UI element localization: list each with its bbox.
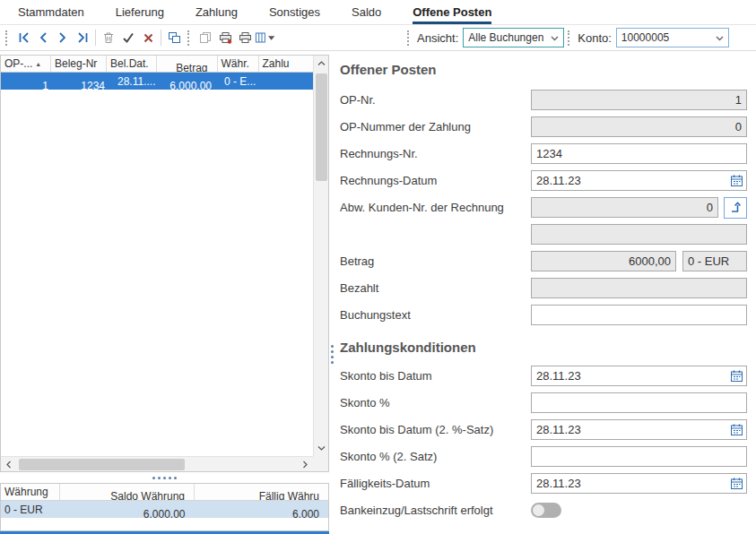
splitter-dots-icon [152, 477, 177, 479]
tab-stammdaten[interactable]: Stammdaten [18, 0, 84, 24]
op-table-body: 1 1234 28.11.... 6.000,00 0 - E... [1, 73, 313, 90]
op-table-row[interactable]: 1 1234 28.11.... 6.000,00 0 - E... [1, 73, 313, 90]
chevron-down-icon [551, 36, 559, 41]
tab-lieferung[interactable]: Lieferung [116, 0, 164, 24]
section-title-zahlungskonditionen: Zahlungskonditionen [340, 340, 747, 355]
toolbar-grip[interactable] [407, 30, 411, 46]
konto-label: Konto: [578, 31, 612, 45]
cell-faellig-waehrung: 6.000 [195, 501, 329, 518]
print-settings-button[interactable] [215, 27, 235, 48]
field-row-op-nummer-zahlung: OP-Nummer der Zahlung [340, 116, 747, 137]
skonto-bis-datum-label: Skonto bis Datum [340, 369, 531, 383]
column-header-beleg-nr[interactable]: Beleg-Nr [51, 56, 107, 72]
konto-combobox[interactable]: 10000005 [616, 28, 729, 47]
horizontal-scroll-thumb[interactable] [19, 459, 185, 470]
skonto-bis-datum-2-input[interactable] [531, 419, 747, 440]
konto-value: 10000005 [621, 31, 669, 44]
last-record-button[interactable] [73, 27, 92, 48]
field-row-skonto-bis-datum-2: Skonto bis Datum (2. %-Satz) [340, 419, 747, 440]
bezahlt-input[interactable] [531, 278, 747, 298]
cell-bel-dat: 28.11.... [114, 73, 164, 90]
scroll-down-icon[interactable] [314, 441, 329, 456]
print-settings-icon [219, 31, 232, 44]
cancel-button[interactable] [138, 27, 158, 48]
columns-button[interactable] [255, 27, 274, 48]
skonto-prozent-2-input[interactable] [531, 446, 747, 467]
skonto-bis-datum-2-label: Skonto bis Datum (2. %-Satz) [340, 423, 531, 436]
column-header-faellig-waehrung[interactable]: Fällig Währu [195, 484, 328, 500]
confirm-button[interactable] [118, 27, 138, 48]
print-button[interactable] [235, 27, 255, 48]
detail-form-panel: Offener Posten OP-Nr. OP-Nummer der Zahl… [336, 51, 756, 534]
column-label: Währung [4, 486, 48, 498]
field-row-op-nr: OP-Nr. [340, 90, 747, 110]
tab-offene-posten[interactable]: Offene Posten [413, 0, 491, 24]
horizontal-panel-splitter[interactable] [0, 472, 329, 483]
rechnungs-datum-input[interactable] [531, 170, 747, 191]
rechnungs-datum-calendar-button[interactable] [728, 172, 745, 189]
delete-button[interactable] [99, 27, 118, 48]
bankeinzug-toggle[interactable] [531, 503, 561, 518]
jump-to-icon [729, 201, 743, 214]
confirm-icon [122, 31, 135, 44]
ansicht-select[interactable]: Alle Buchungen [463, 28, 564, 47]
toolbar-grip[interactable] [5, 30, 9, 46]
copy-button[interactable] [196, 27, 215, 48]
scroll-right-icon[interactable] [298, 457, 313, 472]
first-record-button[interactable] [13, 27, 33, 48]
column-header-bel-dat[interactable]: Bel.Dat. [107, 56, 157, 72]
column-label: Zahlu [263, 57, 290, 70]
column-header-zahlung[interactable]: Zahlu [259, 56, 314, 72]
skonto-bis-datum-input[interactable] [531, 366, 747, 386]
op-table-horizontal-scrollbar[interactable] [1, 456, 313, 471]
toolbar-grip[interactable] [187, 30, 191, 46]
betrag-label: Betrag [340, 254, 531, 268]
previous-record-button[interactable] [33, 27, 53, 48]
field-row-buchungstext: Buchungstext [340, 305, 747, 325]
cell-betrag: 6.000,00 [164, 73, 221, 90]
betrag-input[interactable] [531, 251, 676, 271]
tab-sonstiges[interactable]: Sonstiges [269, 0, 320, 24]
scroll-left-icon[interactable] [1, 457, 16, 472]
skonto-bis-datum-calendar-button[interactable] [728, 367, 745, 384]
column-header-op-nr[interactable]: OP-... ▲ [1, 56, 51, 72]
switch-view-button[interactable] [164, 27, 184, 48]
tab-saldo[interactable]: Saldo [352, 0, 381, 24]
jump-to-kunde-button[interactable] [724, 197, 747, 219]
splitter-dots-icon [331, 345, 334, 364]
betrag-currency-field[interactable]: 0 - EUR [682, 251, 747, 271]
previous-record-icon [38, 31, 48, 44]
buchungstext-label: Buchungstext [340, 308, 531, 322]
abw-kunden-nr-input[interactable] [531, 197, 718, 218]
field-row-rechnungs-datum: Rechnungs-Datum [340, 170, 747, 191]
saldo-table-header: Währung Saldo Währung Fällig Währu [1, 484, 328, 501]
cell-waehrung: 0 - EUR [1, 501, 60, 518]
column-header-waehrung[interactable]: Währ. [218, 56, 259, 72]
saldo-table-row[interactable]: 0 - EUR 6.000,00 6.000 [1, 501, 328, 518]
op-nummer-zahlung-input[interactable] [531, 116, 747, 137]
faelligkeits-datum-calendar-button[interactable] [728, 475, 745, 492]
op-nr-input[interactable] [531, 90, 747, 110]
next-record-button[interactable] [53, 27, 73, 48]
vertical-scroll-thumb[interactable] [316, 73, 327, 181]
columns-icon [255, 31, 266, 44]
abw-kunden-name-input[interactable] [531, 224, 747, 245]
field-row-skonto-prozent: Skonto % [340, 392, 747, 413]
scroll-up-icon[interactable] [314, 56, 329, 71]
toolbar-grip[interactable] [568, 30, 571, 46]
rechnungs-nr-input[interactable] [531, 143, 747, 164]
last-record-icon [76, 31, 90, 44]
skonto-prozent-2-label: Skonto % (2. Satz) [340, 450, 531, 463]
panel-splitter[interactable] [329, 51, 336, 534]
calendar-icon [730, 423, 743, 436]
faelligkeits-datum-input[interactable] [531, 473, 747, 494]
op-table-vertical-scrollbar[interactable] [313, 56, 328, 456]
tab-zahlung[interactable]: Zahlung [196, 0, 238, 24]
column-header-betrag[interactable]: Betrag [157, 56, 218, 72]
offene-posten-window: Stammdaten Lieferung Zahlung Sonstiges S… [0, 0, 756, 534]
buchungstext-input[interactable] [531, 305, 747, 325]
column-header-saldo-waehrung[interactable]: Saldo Währung [60, 484, 195, 500]
column-header-waehrung[interactable]: Währung [1, 484, 60, 500]
skonto-bis-datum-2-calendar-button[interactable] [728, 421, 745, 438]
skonto-prozent-input[interactable] [531, 392, 747, 413]
